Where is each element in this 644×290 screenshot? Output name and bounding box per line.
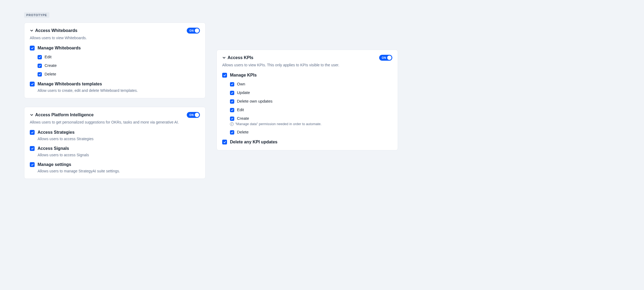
permission-access-strategies: Access Strategies Allows users to access… [30,130,200,141]
card-title: Access Platform Intelligence [35,113,185,117]
checkbox[interactable] [230,99,234,104]
permission-manage-settings: Manage settings Allows users to manage S… [30,162,200,173]
card-header: Access Platform Intelligence ON [30,112,200,118]
checkbox[interactable] [38,64,42,68]
sub-permission-edit: Edit [230,107,392,112]
permission-description: Allows users to access Strategies [38,137,200,141]
toggle-label: ON [189,114,194,117]
sub-permission-label: Own [237,82,245,86]
permission-title: Manage Whiteboards [38,45,200,51]
permission-description: Allows users to access Signals [38,153,200,157]
permission-body: Access Signals Allows users to access Si… [38,146,200,157]
permission-manage-whiteboard-templates: Manage Whiteboards templates Allow users… [30,81,200,93]
sub-permission-create: Create [38,63,200,68]
card-header: Access Whiteboards ON [30,28,200,34]
permission-title: Manage KPIs [230,73,392,78]
permission-description: Allow users to create, edit and delete W… [38,88,200,93]
permission-access-signals: Access Signals Allows users to access Si… [30,146,200,157]
permission-body: Access Strategies Allows users to access… [38,130,200,141]
chevron-down-icon[interactable] [222,56,226,60]
sub-permission-own: Own [230,82,392,86]
sub-permission-label: Edit [237,107,244,112]
permission-title: Access Signals [38,146,200,151]
permission-body: Manage Whiteboards templates Allow users… [38,81,200,93]
checkbox[interactable] [30,82,35,86]
checkbox[interactable] [222,73,227,78]
permission-body: Delete any KPI updates [230,139,392,145]
sub-permission-edit: Edit [38,55,200,59]
sub-permission-label: Delete own updates [237,99,273,103]
toggle-access-kpis[interactable]: ON [379,55,392,61]
permission-title: Manage settings [38,162,200,167]
checkbox[interactable] [38,55,42,59]
card-title: Access Whiteboards [35,28,185,33]
checkbox[interactable] [30,162,35,167]
sub-permission-label: Edit [45,55,52,59]
card-description: Allows users to get personalized suggest… [30,120,200,124]
checkbox[interactable] [230,130,234,135]
toggle-knob [195,113,199,117]
checkbox[interactable] [230,82,234,86]
card-title: Access KPIs [228,55,378,60]
sub-permission-list: Edit Create Delete [38,55,200,77]
toggle-knob [387,56,391,60]
sub-permission-label: Delete [45,72,56,76]
permission-list: Access Strategies Allows users to access… [30,130,200,173]
permission-title: Manage Whiteboards templates [38,81,200,87]
permission-body: Manage Whiteboards Edit Create Delete [38,45,200,77]
permission-body: Manage settings Allows users to manage S… [38,162,200,173]
sub-permission-note: "Manage data" permission needed in order… [230,122,321,126]
checkbox[interactable] [230,91,234,95]
chevron-down-icon[interactable] [30,113,34,117]
checkbox[interactable] [30,130,35,135]
sub-permission-delete: Delete [38,72,200,77]
permission-manage-kpis: Manage KPIs Own Update Delete own update… [222,73,392,135]
checkbox[interactable] [30,46,35,50]
permission-title: Delete any KPI updates [230,139,392,145]
checkbox[interactable] [30,146,35,151]
checkbox[interactable] [38,72,42,77]
checkbox[interactable] [230,117,234,121]
checkbox[interactable] [222,140,227,144]
sub-permission-label: Delete [237,130,248,134]
permission-list: Manage KPIs Own Update Delete own update… [222,73,392,145]
sub-permission-delete: Delete [230,130,392,135]
toggle-knob [195,28,199,33]
prototype-badge: PROTOTYPE [24,12,49,18]
permission-description: Allows users to manage StrategyAI suite … [38,169,200,173]
card-description: Allows users to view Whiteboards. [30,36,200,40]
sub-permission-create: Create "Manage data" permission needed i… [230,116,392,126]
permission-list: Manage Whiteboards Edit Create Delete [30,45,200,93]
permission-manage-whiteboards: Manage Whiteboards Edit Create Delete [30,45,200,77]
permission-body: Manage KPIs Own Update Delete own update… [230,73,392,135]
info-icon [230,122,234,126]
card-description: Allows users to view KPIs. This only app… [222,63,392,67]
sub-permission-note-text: "Manage data" permission needed in order… [235,122,321,126]
sub-permission-label: Create [45,63,57,68]
toggle-label: ON [189,29,194,32]
card-access-kpis: Access KPIs ON Allows users to view KPIs… [217,50,398,150]
toggle-access-whiteboards[interactable]: ON [187,28,200,34]
checkbox[interactable] [230,108,234,112]
chevron-down-icon[interactable] [30,29,34,32]
sub-permission-label: Create [237,116,249,121]
sub-permission-delete-own-updates: Delete own updates [230,99,392,104]
card-access-platform-intelligence: Access Platform Intelligence ON Allows u… [24,107,206,179]
card-header: Access KPIs ON [222,55,392,61]
permission-delete-any-kpi-updates: Delete any KPI updates [222,139,392,145]
sub-permission-label: Update [237,90,250,95]
sub-permission-update: Update [230,90,392,95]
permission-title: Access Strategies [38,130,200,135]
toggle-access-platform-intelligence[interactable]: ON [187,112,200,118]
toggle-label: ON [382,56,386,59]
sub-permission-list: Own Update Delete own updates Edit [230,82,392,135]
card-access-whiteboards: Access Whiteboards ON Allows users to vi… [24,23,206,98]
